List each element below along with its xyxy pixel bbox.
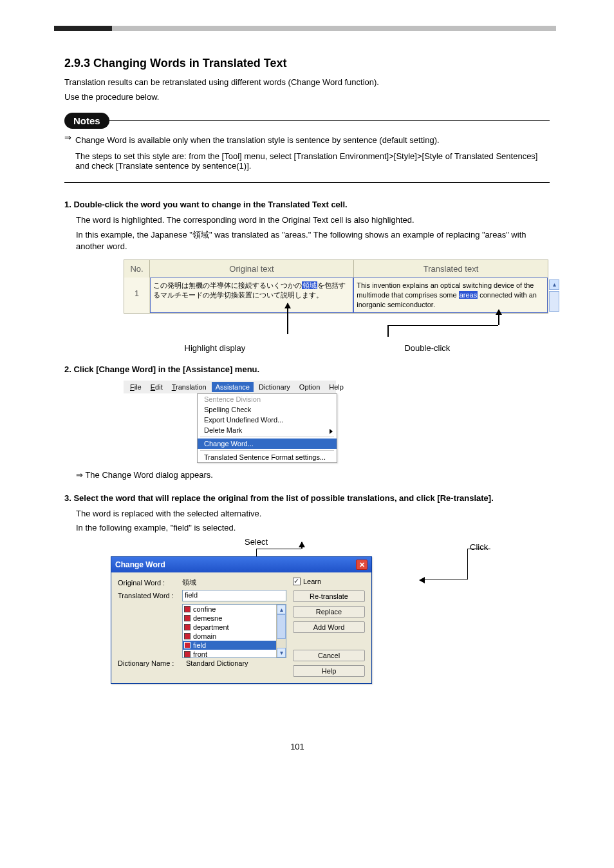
caption-select: Select	[245, 537, 268, 547]
dialog-title: Change Word	[115, 560, 165, 569]
scrollbar-track[interactable]	[549, 291, 559, 312]
row-number: 1	[124, 278, 150, 313]
dict-value: Standard Dictionary	[186, 659, 248, 667]
list-item[interactable]: demesne	[193, 614, 222, 623]
menu-dictionary[interactable]: Dictionary	[255, 382, 294, 392]
figure-menu: FFileile Edit Translation Assistance Dic…	[124, 381, 550, 463]
notes-header: Notes	[64, 113, 550, 129]
menu-bar[interactable]: FFileile Edit Translation Assistance Dic…	[124, 381, 336, 393]
col-translated: Translated text	[354, 260, 548, 278]
menu-option[interactable]: Option	[295, 382, 324, 392]
col-no: No.	[124, 260, 150, 278]
mi-change-word[interactable]: Change Word...	[198, 439, 337, 449]
menu-file[interactable]: FFileile	[126, 382, 145, 392]
help-button[interactable]: Help	[293, 665, 365, 677]
step-1-exp1: The word is highlighted. The correspondi…	[76, 214, 550, 227]
step-1-exp2: In this example, the Japanese "領域" was t…	[76, 229, 550, 254]
table-captions: Highlight display Double-click	[124, 343, 548, 353]
mi-export-undefined[interactable]: Export Undefined Word...	[198, 415, 337, 425]
dialog-titlebar: Change Word ✕	[111, 557, 371, 572]
menu-help[interactable]: Help	[325, 382, 348, 392]
scroll-down-icon: ▾	[277, 648, 286, 657]
notes-line-2: The steps to set this style are: from th…	[75, 151, 550, 171]
intro-1: Translation results can be retranslated …	[64, 77, 550, 89]
trans-word-label: Translated Word :	[118, 592, 182, 599]
retranslate-button[interactable]: Re-translate	[293, 590, 365, 602]
list-item[interactable]: front	[193, 650, 207, 659]
step-1-heading: 1. Double-click the word you want to cha…	[64, 200, 550, 209]
list-item[interactable]: domain	[193, 632, 216, 641]
notes-body: ⇒ Change Word is available only when the…	[64, 133, 550, 177]
mi-format-settings[interactable]: Translated Sentence Format settings...	[198, 452, 337, 462]
page-title: 2.9.3 Changing Words in Translated Text	[64, 57, 550, 70]
translated-word-input[interactable]: field	[182, 590, 286, 601]
page-number: 101	[0, 742, 614, 751]
step-3-heading: 3. Select the word that will replace the…	[64, 493, 550, 503]
section-rule	[64, 26, 550, 31]
intro-2: Use the procedure below.	[64, 91, 550, 104]
trans-highlight: areas	[459, 291, 478, 299]
step-2-note: ⇒ The Change Word dialog appears.	[76, 469, 550, 482]
notes-line-1: Change Word is available only when the t…	[75, 135, 550, 145]
menu-assistance[interactable]: Assistance	[212, 382, 254, 392]
cancel-button[interactable]: Cancel	[293, 650, 365, 661]
scroll-up-icon: ▴	[277, 605, 286, 614]
mi-sentence-division: Sentence Division	[198, 394, 337, 404]
figure-dialog: Change Word ✕ Original Word : 領域 Transla…	[111, 556, 394, 684]
table-arrows	[124, 320, 548, 343]
assistance-dropdown: Sentence Division Spelling Check Export …	[197, 393, 337, 463]
alternatives-list[interactable]: confine demesne department domain field …	[182, 604, 286, 658]
caption-doubleclick: Double-click	[306, 343, 548, 353]
menu-translation[interactable]: Translation	[168, 382, 210, 392]
step-3-sub: In the following example, "field" is sel…	[76, 522, 550, 534]
add-word-button[interactable]: Add Word	[293, 621, 365, 633]
list-scrollbar[interactable]: ▴ ▾	[276, 605, 286, 657]
original-text-cell[interactable]: この発明は無機の半導体に接続するいくつかの領域を包括するマルチモードの光学切換装…	[150, 278, 353, 313]
orig-highlight: 領域	[302, 281, 317, 289]
orig-word-value: 領域	[182, 578, 196, 587]
caption-highlight: Highlight display	[124, 343, 306, 353]
close-icon[interactable]: ✕	[356, 560, 367, 570]
col-original: Original text	[150, 260, 354, 278]
step-3-exp: The word is replaced with the selected a…	[76, 508, 550, 520]
figure-table: No. Original text Translated text 1 この発明…	[124, 259, 550, 314]
caption-click: Click	[470, 542, 488, 552]
mi-delete-mark[interactable]: Delete Mark	[198, 425, 337, 435]
orig-word-label: Original Word :	[118, 579, 182, 587]
list-item[interactable]: department	[193, 623, 229, 632]
step-2-heading: 2. Click [Change Word] in the [Assistanc…	[64, 364, 550, 374]
mi-spelling-check[interactable]: Spelling Check	[198, 404, 337, 415]
translated-text-cell[interactable]: This invention explains an optical switc…	[353, 278, 548, 313]
list-item[interactable]: confine	[193, 605, 216, 614]
learn-checkbox[interactable]: Learn	[293, 578, 365, 585]
dict-label: Dictionary Name :	[118, 659, 182, 667]
notes-pill: Notes	[64, 113, 109, 129]
menu-edit[interactable]: Edit	[147, 382, 167, 392]
scroll-up-icon[interactable]: ▴	[549, 279, 559, 290]
notes-arrow-icon: ⇒	[64, 133, 71, 177]
replace-button[interactable]: Replace	[293, 606, 365, 618]
list-item-selected[interactable]: field	[193, 641, 206, 650]
